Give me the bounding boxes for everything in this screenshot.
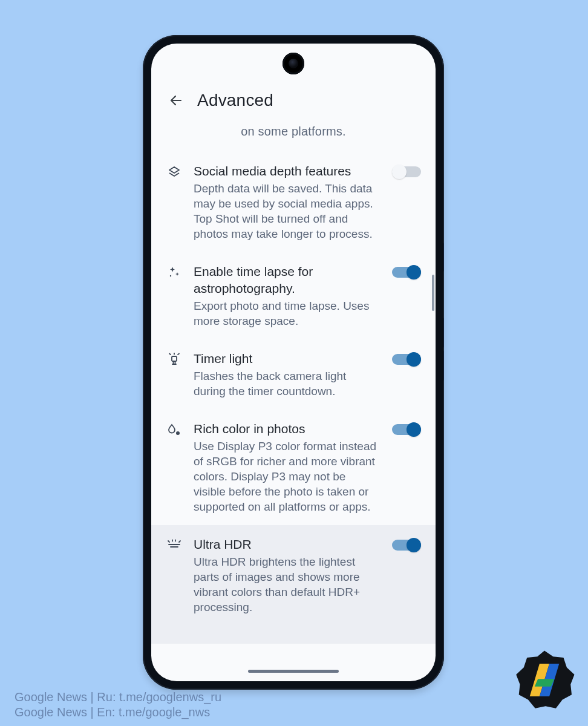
toggle-switch[interactable] (392, 352, 421, 367)
setting-title: Social media depth features (194, 163, 377, 180)
sparkle-icon (166, 264, 183, 281)
svg-line-11 (168, 541, 169, 542)
page-title: Advanced (197, 91, 273, 110)
cutoff-text: on some platforms. (151, 125, 436, 139)
toggle-switch[interactable] (392, 264, 421, 280)
toggle-switch[interactable] (392, 537, 421, 553)
svg-line-5 (178, 354, 179, 355)
hardware-button (443, 318, 444, 347)
camera-notch (283, 53, 304, 74)
setting-title: Ultra HDR (194, 536, 377, 553)
toggle-switch[interactable] (392, 164, 421, 180)
setting-subtitle: Depth data will be saved. This data may … (194, 181, 377, 241)
setting-subtitle: Export photo and time lapse. Uses more s… (194, 298, 377, 329)
svg-marker-19 (535, 679, 554, 687)
setting-row-ultra-hdr[interactable]: Ultra HDR Ultra HDR brightens the lighte… (151, 525, 436, 644)
scrollbar-indicator (432, 275, 434, 311)
layers-icon (166, 164, 183, 181)
setting-subtitle: Use Display P3 color format instead of s… (194, 439, 377, 514)
hardware-button (443, 243, 444, 271)
svg-line-14 (179, 541, 180, 542)
setting-row-rich-color[interactable]: Rich color in photos Use Display P3 colo… (151, 410, 436, 525)
setting-subtitle: Ultra HDR brightens the lightest parts o… (194, 554, 377, 615)
setting-title: Timer light (194, 350, 377, 367)
watermark-logo (512, 647, 577, 713)
toggle-switch[interactable] (392, 422, 421, 437)
caption-line: Google News | Ru: t.me/googlenws_ru (15, 690, 221, 705)
svg-marker-1 (169, 167, 179, 173)
color-drop-icon (166, 422, 183, 439)
timer-light-icon (166, 352, 183, 368)
setting-title: Enable time lapse for astrophotography. (194, 263, 377, 297)
phone-frame: Advanced on some platforms. Social media… (143, 35, 444, 690)
settings-list[interactable]: on some platforms. Social media depth fe… (151, 125, 436, 681)
setting-row-social-depth[interactable]: Social media depth features Depth data w… (151, 152, 436, 252)
hdr-icon (166, 537, 183, 554)
setting-title: Rich color in photos (194, 420, 377, 437)
svg-line-3 (169, 354, 171, 355)
setting-subtitle: Flashes the back camera light during the… (194, 368, 377, 399)
watermark-caption: Google News | Ru: t.me/googlenws_ru Goog… (15, 690, 221, 720)
nav-bar-handle[interactable] (248, 670, 339, 673)
setting-row-timer-light[interactable]: Timer light Flashes the back camera ligh… (151, 339, 436, 410)
hardware-button (443, 351, 444, 380)
back-icon[interactable] (168, 93, 184, 108)
caption-line: Google News | En: t.me/google_nws (15, 705, 221, 720)
svg-point-2 (170, 275, 171, 276)
svg-point-10 (176, 431, 180, 435)
svg-rect-6 (172, 356, 177, 361)
setting-row-astro-timelapse[interactable]: Enable time lapse for astrophotography. … (151, 252, 436, 339)
